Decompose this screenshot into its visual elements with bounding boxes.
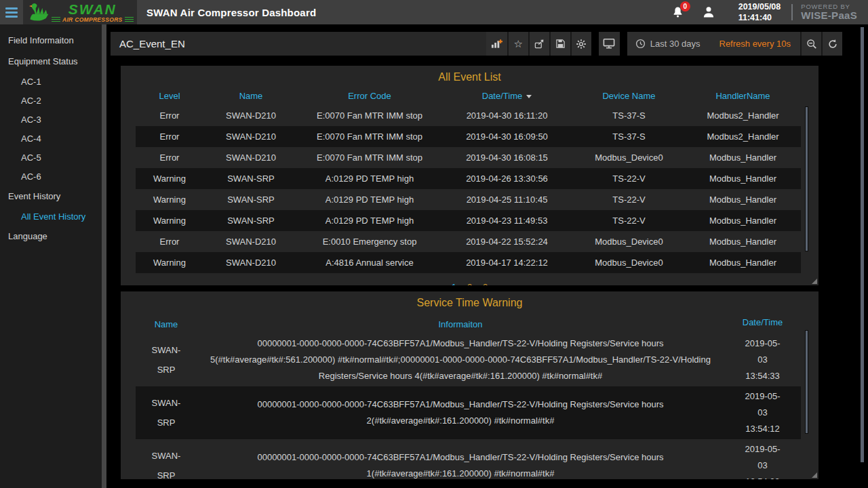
service-time-warning-panel: Service Time Warning Name Informaiton Da… — [121, 291, 818, 479]
cell-error-code: E:0010 Emergency stop — [298, 231, 441, 252]
cell-name: SWAN-SRP — [136, 386, 197, 439]
page-button-3[interactable]: 3 — [483, 282, 488, 285]
cell-datetime: 2019-04-30 16:09:50 — [441, 126, 573, 147]
panel-resize-handle[interactable] — [812, 279, 817, 284]
table-row: WarningSWAN-SRPA:0129 PD TEMP high2019-0… — [136, 210, 801, 231]
table-row: ErrorSWAN-D210E:0070 Fan MTR IMM stop201… — [136, 147, 801, 168]
star-icon: ☆ — [514, 39, 523, 49]
sidebar-item-ac-4[interactable]: AC-4 — [0, 129, 102, 148]
sidebar-item-all-event-history[interactable]: All Event History — [0, 207, 102, 226]
save-button[interactable] — [549, 32, 570, 56]
settings-button[interactable] — [570, 32, 591, 56]
service-table-scrollbar[interactable] — [805, 330, 808, 434]
cell-device-name: Modbus_Device0 — [573, 252, 685, 273]
sidebar-item-event-history[interactable]: Event History — [0, 186, 102, 207]
cell-error-code: A:0129 PD TEMP high — [298, 168, 441, 189]
page-button-1[interactable]: 1 — [452, 282, 456, 285]
cell-datetime: 2019-04-23 11:49:53 — [441, 210, 573, 231]
cell-error-code: A:0129 PD TEMP high — [298, 210, 441, 231]
gear-icon — [576, 39, 587, 49]
sidebar-item-ac-6[interactable]: AC-6 — [0, 167, 102, 186]
page-button-2[interactable]: 2 — [467, 282, 472, 285]
table-row: WarningSWAN-D210A:4816 Annual service201… — [136, 252, 801, 273]
refresh-button[interactable] — [821, 32, 842, 56]
logo-stripes-right — [125, 17, 134, 22]
dashboard-name[interactable]: AC_Event_EN — [119, 38, 185, 49]
table-row: SWAN-SRP 00000001-0000-0000-0000-74C63BF… — [136, 386, 801, 439]
column-header-error-code[interactable]: Error Code — [298, 86, 441, 105]
user-profile-button[interactable] — [702, 5, 715, 19]
page-title: SWAN Air Compressor Dashboard — [146, 7, 316, 18]
cell-name: SWAN-D210 — [203, 105, 298, 126]
menu-toggle-button[interactable] — [0, 0, 23, 24]
cell-datetime: 2019-04-30 16:08:15 — [441, 147, 573, 168]
cell-level: Error — [136, 105, 203, 126]
cell-handler-name: Modbus_Handler — [685, 189, 801, 210]
zoom-out-icon — [806, 39, 817, 49]
sidebar-item-language[interactable]: Language — [0, 226, 102, 247]
notifications-button[interactable]: 0 — [671, 5, 684, 19]
time-range-picker[interactable]: Last 30 days — [627, 32, 710, 56]
sidebar: Field Informaiton Equipment Status AC-1 … — [0, 24, 102, 488]
logo-brand-text: SWAN — [68, 2, 117, 16]
cell-datetime: 2019-04-17 14:22:12 — [441, 252, 573, 273]
sidebar-scrollbar[interactable] — [102, 24, 106, 488]
page-scrollbar[interactable] — [861, 27, 864, 462]
cycle-view-button[interactable] — [599, 32, 620, 56]
column-header-name[interactable]: Name — [203, 86, 298, 105]
column-header-device-name[interactable]: Device Name — [573, 86, 685, 105]
cell-name: SWAN-D210 — [203, 231, 298, 252]
service-table: Name Informaiton Date/Time SWAN-SRP 0000… — [136, 312, 801, 479]
cell-handler-name: Modbus2_Handler — [685, 126, 801, 147]
user-icon — [702, 5, 715, 19]
cell-name: SWAN-D210 — [203, 126, 298, 147]
column-header-handler-name[interactable]: HandlerName — [685, 86, 801, 105]
header-time: 11:41:40 — [738, 12, 781, 23]
sidebar-item-ac-5[interactable]: AC-5 — [0, 148, 102, 167]
sidebar-item-ac-2[interactable]: AC-2 — [0, 91, 102, 110]
cell-handler-name: Modbus_Handler — [685, 147, 801, 168]
cell-information: 00000001-0000-0000-0000-74C63BFF57A1/Mod… — [197, 439, 724, 479]
add-panel-button[interactable] — [486, 32, 507, 56]
cell-error-code: E:0070 Fan MTR IMM stop — [298, 105, 441, 126]
cell-level: Warning — [136, 252, 203, 273]
logo-stripes-left — [52, 17, 60, 22]
sidebar-item-ac-3[interactable]: AC-3 — [0, 110, 102, 129]
monitor-icon — [603, 38, 615, 49]
event-table-scrollbar[interactable] — [805, 106, 808, 251]
column-header-level[interactable]: Level — [136, 86, 203, 105]
event-table: Level Name Error Code Date/Time Device N… — [136, 86, 801, 273]
sidebar-item-ac-1[interactable]: AC-1 — [0, 72, 102, 91]
favorite-button[interactable]: ☆ — [507, 32, 528, 56]
cell-name: SWAN-SRP — [203, 189, 298, 210]
save-icon — [555, 39, 566, 49]
cell-error-code: A:4816 Annual service — [298, 252, 441, 273]
cell-device-name: Modbus_Device0 — [573, 231, 685, 252]
refresh-interval-button[interactable]: Refresh every 10s — [710, 32, 801, 56]
share-button[interactable] — [528, 32, 549, 56]
column-header-date-time[interactable]: Date/Time — [441, 86, 573, 105]
zoom-out-button[interactable] — [800, 32, 821, 56]
cell-device-name: TS-37-S — [573, 105, 685, 126]
notification-badge: 0 — [680, 1, 690, 12]
cell-level: Warning — [136, 189, 203, 210]
all-event-list-panel: All Event List Level Name Error Code Dat… — [121, 66, 818, 285]
sidebar-item-field-information[interactable]: Field Informaiton — [0, 30, 102, 51]
panel-title-service-time-warning: Service Time Warning — [121, 291, 818, 310]
column-header-name[interactable]: Name — [136, 312, 197, 333]
table-row: SWAN-SRP 00000001-0000-0000-0000-74C63BF… — [136, 333, 801, 386]
sort-caret-icon — [526, 95, 532, 98]
share-icon — [534, 39, 545, 49]
column-header-date-time[interactable]: Date/Time — [724, 312, 801, 333]
table-row: ErrorSWAN-D210E:0070 Fan MTR IMM stop201… — [136, 126, 801, 147]
column-header-information[interactable]: Informaiton — [197, 312, 724, 333]
cell-handler-name: Modbus2_Handler — [685, 105, 801, 126]
pagination: 123 — [121, 282, 818, 285]
cell-device-name: TS-22-V — [573, 210, 685, 231]
sidebar-item-equipment-status[interactable]: Equipment Status — [0, 51, 102, 72]
table-row: WarningSWAN-SRPA:0129 PD TEMP high2019-0… — [136, 168, 801, 189]
header-date: 2019/05/08 — [738, 1, 781, 12]
cell-handler-name: Modbus_Handler — [685, 252, 801, 273]
panel-resize-handle[interactable] — [812, 472, 817, 478]
cell-name: SWAN-SRP — [136, 439, 197, 479]
